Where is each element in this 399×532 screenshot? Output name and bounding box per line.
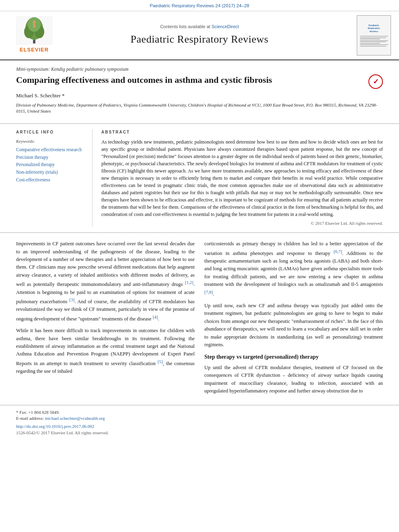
email-line: E-mail address: michael.schechter@vcuhea… (16, 415, 383, 422)
body-column-right: corticosteroids as primary therapy in ch… (204, 240, 383, 399)
article-info-abstract-section: ARTICLE INFO Keywords: Comparative effec… (0, 124, 399, 233)
top-bar: Paediatric Respiratory Reviews 24 (2017)… (0, 0, 399, 11)
body-para-5: Up until the advent of CFTR modulator th… (204, 364, 383, 395)
cite-5[interactable]: [5] (158, 359, 163, 364)
subsection-title: Step therapy vs targeted (personalized) … (204, 353, 383, 362)
body-column-left: Improvements in CF patient outcomes have… (16, 240, 195, 399)
article-info-header: ARTICLE INFO (16, 129, 84, 136)
body-para-1: Improvements in CF patient outcomes have… (16, 240, 195, 323)
cite-7-8[interactable]: [7,8] (204, 290, 213, 294)
elsevier-logo: ELSEVIER (8, 16, 60, 54)
keyword-3[interactable]: Personalized therapy (16, 161, 84, 168)
svg-point-7 (33, 21, 36, 24)
journal-thumbnail-area: PaediatricRespiratoryReviews (339, 15, 391, 55)
sciencedirect-line: Contents lists available at ScienceDirec… (60, 24, 339, 30)
cite-6-7[interactable]: [6,7] (333, 249, 342, 254)
svg-rect-8 (33, 24, 35, 28)
body-section: Improvements in CF patient outcomes have… (0, 233, 399, 399)
keywords-list: Comparative effectiveness research Preci… (16, 146, 84, 183)
email-link[interactable]: michael.schechter@vcuhealth.org (45, 416, 105, 421)
doi-line[interactable]: http://dx.doi.org/10.1016/j.prrv.2017.06… (16, 423, 383, 430)
journal-header-center: Contents lists available at ScienceDirec… (60, 24, 339, 47)
elsevier-label: ELSEVIER (20, 46, 49, 54)
email-label: E-mail address: (16, 416, 44, 421)
issn-line: 1526-0542/© 2017 Elsevier Ltd. All right… (16, 430, 383, 436)
keyword-5[interactable]: Cost-effectiveness (16, 177, 84, 183)
journal-header: ELSEVIER Contents lists available at Sci… (0, 11, 399, 60)
article-title-row: Comparing effectiveness and outcomes in … (16, 74, 383, 89)
mini-symposium-label: Mini-symposium: Kendig pediatric pulmona… (16, 66, 383, 73)
keyword-4[interactable]: Non-inferiority (trials) (16, 169, 84, 176)
body-para-3: corticosteroids as primary therapy in ch… (204, 240, 383, 298)
cite-3[interactable]: [3] (69, 297, 74, 302)
journal-reference: Paediatric Respiratory Reviews 24 (2017)… (150, 3, 249, 8)
affiliation: Division of Pulmonary Medicine, Departme… (16, 102, 383, 115)
abstract-text: As technology yields new treatments, ped… (101, 138, 383, 218)
keyword-1[interactable]: Comparative effectiveness research (16, 146, 84, 153)
journal-title: Paediatric Respiratory Reviews (60, 32, 339, 47)
abstract-header: ABSTRACT (101, 129, 383, 136)
elsevier-tree-icon (16, 16, 52, 45)
svg-text:✓: ✓ (373, 78, 379, 86)
body-para-4: Up until now, each new CF and asthma the… (204, 302, 383, 349)
fax-note: * Fax: +1 804 628 5849. (16, 409, 383, 416)
journal-thumbnail: PaediatricRespiratoryReviews (357, 15, 391, 55)
article-info-column: ARTICLE INFO Keywords: Comparative effec… (16, 129, 93, 227)
article-title: Comparing effectiveness and outcomes in … (16, 74, 362, 86)
body-para-2: While it has been more difficult to trac… (16, 327, 195, 375)
author-name: Michael S. Schechter * (16, 92, 65, 99)
keyword-2[interactable]: Precision therapy (16, 154, 84, 161)
abstract-column: ABSTRACT As technology yields new treatm… (93, 129, 383, 227)
keywords-label: Keywords: (16, 138, 84, 145)
cite-1-2[interactable]: [1,2] (185, 280, 193, 285)
cite-4[interactable]: [4] (153, 314, 158, 319)
elsevier-logo-area: ELSEVIER (8, 16, 60, 54)
copyright-line: © 2017 Elsevier Ltd. All rights reserved… (101, 220, 383, 227)
sciencedirect-link[interactable]: ScienceDirect (212, 24, 239, 29)
article-header: Mini-symposium: Kendig pediatric pulmona… (0, 60, 399, 124)
footer-section: * Fax: +1 804 628 5849. E-mail address: … (0, 405, 399, 439)
author-line: Michael S. Schechter * (16, 92, 383, 100)
crossmark-icon: ✓ (368, 74, 383, 89)
